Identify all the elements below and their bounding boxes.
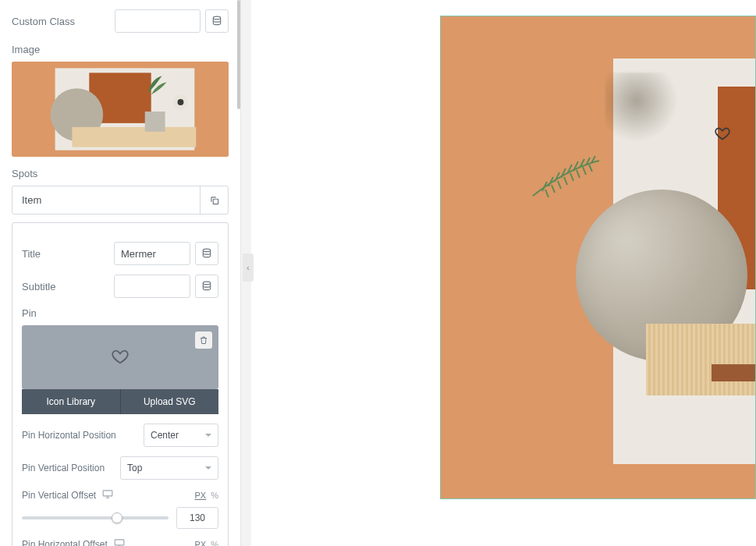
- unit-px[interactable]: PX: [195, 491, 207, 500]
- svg-line-27: [564, 177, 567, 185]
- image-picker[interactable]: [12, 62, 229, 157]
- pin-v-position-select-wrap: Top: [120, 456, 218, 480]
- pin-v-offset-row: Pin Vertical Offset PX %: [22, 489, 218, 529]
- svg-line-23: [589, 165, 592, 172]
- pin-icon-preview[interactable]: [22, 325, 218, 389]
- copy-icon: [209, 195, 220, 206]
- image-thumbnail: [12, 62, 229, 157]
- database-icon: [201, 248, 212, 259]
- collapse-sidebar-button[interactable]: ‹: [243, 254, 254, 282]
- custom-class-row: Custom Class: [12, 9, 229, 33]
- unit-px[interactable]: PX: [195, 540, 207, 547]
- pin-h-offset-row: Pin Horizontal Offset PX %: [22, 538, 218, 546]
- image-label: Image: [12, 44, 229, 55]
- heart-icon: [112, 348, 129, 367]
- responsive-device-icon[interactable]: [114, 538, 125, 546]
- title-controls: [47, 242, 218, 265]
- pin-label: Pin: [22, 307, 218, 319]
- svg-rect-13: [115, 540, 124, 545]
- decor-wood-board: [646, 324, 755, 395]
- database-icon: [201, 281, 212, 292]
- preview-canvas[interactable]: [440, 16, 756, 499]
- svg-point-8: [177, 99, 183, 105]
- svg-line-26: [570, 173, 573, 181]
- chevron-left-icon: ‹: [247, 264, 249, 272]
- pin-v-offset-label: Pin Vertical Offset: [22, 490, 96, 501]
- pin-h-offset-label: Pin Horizontal Offset: [22, 539, 108, 547]
- svg-line-30: [545, 190, 548, 197]
- spots-item[interactable]: Item: [12, 186, 200, 214]
- title-row: Title: [22, 242, 218, 265]
- title-label: Title: [22, 248, 41, 260]
- pin-h-position-label: Pin Horizontal Position: [22, 430, 116, 441]
- pin-v-position-select[interactable]: Top: [120, 456, 218, 480]
- pin-v-offset-body: [22, 507, 218, 529]
- item-details-panel: Title Subtitle Pin: [12, 222, 229, 546]
- pin-h-position-select-wrap: Center: [144, 424, 218, 447]
- title-dynamic-button[interactable]: [195, 242, 218, 265]
- properties-sidebar: Custom Class Image Spots Item: [0, 0, 240, 546]
- hotspot-heart-icon[interactable]: [715, 126, 730, 144]
- svg-line-25: [577, 170, 580, 178]
- preview-area: [251, 0, 756, 546]
- custom-class-controls: [81, 9, 229, 33]
- tab-upload-svg[interactable]: Upload SVG: [121, 389, 219, 414]
- decor-wood-strip: [712, 364, 755, 381]
- pin-v-offset-head: Pin Vertical Offset PX %: [22, 489, 218, 501]
- svg-point-0: [213, 16, 220, 20]
- svg-line-24: [583, 167, 586, 175]
- pin-h-offset-head: Pin Horizontal Offset PX %: [22, 538, 218, 546]
- decor-rosemary: [525, 153, 603, 207]
- dynamic-tags-button[interactable]: [205, 9, 229, 33]
- duplicate-item-button[interactable]: [200, 186, 228, 214]
- subtitle-input[interactable]: [114, 275, 190, 298]
- subtitle-label: Subtitle: [22, 281, 55, 292]
- svg-rect-5: [72, 127, 196, 147]
- responsive-device-icon[interactable]: [102, 489, 113, 501]
- pin-v-position-label: Pin Vertical Position: [22, 463, 105, 473]
- svg-line-28: [558, 181, 561, 189]
- svg-line-19: [561, 168, 566, 178]
- pin-h-offset-units: PX %: [195, 540, 218, 547]
- spots-label: Spots: [12, 168, 229, 179]
- title-input[interactable]: [114, 242, 190, 265]
- pin-h-position-row: Pin Horizontal Position Center: [22, 424, 218, 447]
- pin-v-offset-slider[interactable]: [22, 516, 169, 519]
- decor-speckle: [605, 73, 683, 143]
- pin-v-offset-input[interactable]: [176, 507, 218, 529]
- svg-rect-12: [103, 491, 112, 496]
- pin-v-offset-units: PX %: [195, 491, 218, 500]
- svg-rect-6: [145, 112, 165, 132]
- svg-line-29: [552, 185, 555, 193]
- custom-class-input[interactable]: [115, 9, 201, 33]
- svg-point-10: [203, 249, 210, 252]
- svg-line-20: [555, 172, 559, 182]
- pin-icon-section: Icon Library Upload SVG: [22, 325, 218, 414]
- spots-item-row: Item: [12, 186, 229, 214]
- subtitle-row: Subtitle: [22, 275, 218, 298]
- unit-percent[interactable]: %: [211, 540, 218, 547]
- unit-percent[interactable]: %: [211, 491, 218, 500]
- pin-source-tabs: Icon Library Upload SVG: [22, 389, 218, 414]
- pin-delete-button[interactable]: [195, 332, 212, 349]
- subtitle-dynamic-button[interactable]: [195, 275, 218, 298]
- pin-v-position-row: Pin Vertical Position Top: [22, 456, 218, 480]
- subtitle-controls: [62, 275, 218, 298]
- svg-rect-9: [213, 199, 218, 204]
- tab-icon-library[interactable]: Icon Library: [22, 389, 121, 414]
- panel-divider: ‹: [240, 0, 251, 546]
- custom-class-label: Custom Class: [12, 16, 75, 27]
- database-icon: [211, 16, 222, 27]
- pin-h-position-select[interactable]: Center: [144, 424, 218, 447]
- svg-point-11: [203, 282, 210, 285]
- trash-icon: [199, 335, 208, 345]
